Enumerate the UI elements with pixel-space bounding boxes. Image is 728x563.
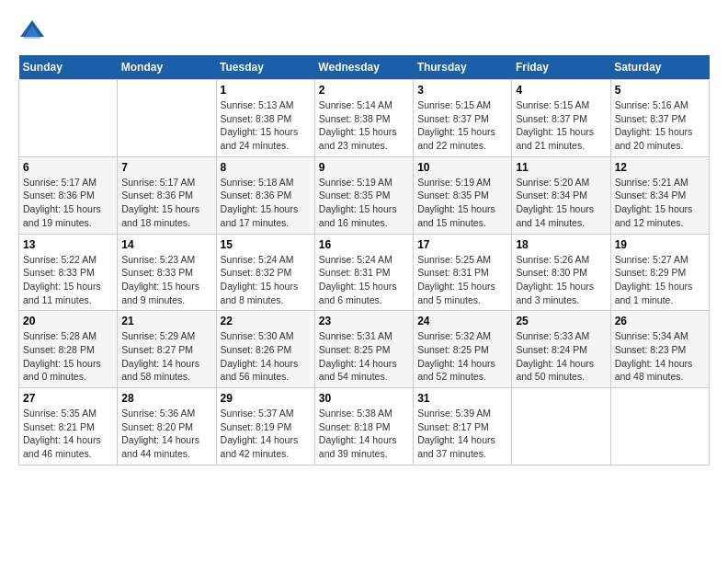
day-number: 25 [516,315,606,327]
day-number: 5 [615,84,705,97]
day-number: 31 [417,392,507,405]
calendar-week-row: 13Sunrise: 5:22 AM Sunset: 8:33 PM Dayli… [19,234,710,311]
calendar-cell: 24Sunrise: 5:32 AM Sunset: 8:25 PM Dayli… [414,311,512,388]
day-info: Sunrise: 5:24 AM Sunset: 8:31 PM Dayligh… [319,253,409,307]
calendar-cell: 31Sunrise: 5:39 AM Sunset: 8:17 PM Dayli… [414,388,512,465]
day-info: Sunrise: 5:34 AM Sunset: 8:23 PM Dayligh… [615,329,705,384]
day-info: Sunrise: 5:38 AM Sunset: 8:18 PM Dayligh… [319,407,409,461]
calendar-cell: 10Sunrise: 5:19 AM Sunset: 8:35 PM Dayli… [414,156,512,234]
calendar-cell: 30Sunrise: 5:38 AM Sunset: 8:18 PM Dayli… [314,388,413,465]
calendar-cell [512,388,610,465]
calendar-cell: 8Sunrise: 5:18 AM Sunset: 8:36 PM Daylig… [216,156,314,234]
day-info: Sunrise: 5:36 AM Sunset: 8:20 PM Dayligh… [121,407,211,461]
day-info: Sunrise: 5:33 AM Sunset: 8:24 PM Dayligh… [516,329,606,384]
day-number: 30 [319,392,409,405]
day-number: 14 [121,238,211,251]
day-info: Sunrise: 5:19 AM Sunset: 8:35 PM Dayligh… [417,176,507,230]
calendar-cell: 2Sunrise: 5:14 AM Sunset: 8:38 PM Daylig… [314,80,413,157]
day-info: Sunrise: 5:37 AM Sunset: 8:19 PM Dayligh… [221,407,311,461]
day-number: 27 [23,392,113,405]
calendar-cell: 12Sunrise: 5:21 AM Sunset: 8:34 PM Dayli… [610,156,709,234]
calendar-cell: 20Sunrise: 5:28 AM Sunset: 8:28 PM Dayli… [19,311,118,388]
day-info: Sunrise: 5:15 AM Sunset: 8:37 PM Dayligh… [417,98,507,153]
day-number: 18 [516,238,606,251]
day-number: 29 [221,392,311,405]
weekday-header-sunday: Sunday [19,55,118,80]
day-info: Sunrise: 5:25 AM Sunset: 8:31 PM Dayligh… [417,253,507,307]
calendar-cell: 26Sunrise: 5:34 AM Sunset: 8:23 PM Dayli… [610,311,709,388]
calendar-cell: 13Sunrise: 5:22 AM Sunset: 8:33 PM Dayli… [19,234,118,311]
day-info: Sunrise: 5:39 AM Sunset: 8:17 PM Dayligh… [417,407,507,461]
day-info: Sunrise: 5:20 AM Sunset: 8:34 PM Dayligh… [516,176,606,230]
day-info: Sunrise: 5:18 AM Sunset: 8:36 PM Dayligh… [221,176,311,230]
day-number: 26 [615,315,705,327]
calendar-cell: 28Sunrise: 5:36 AM Sunset: 8:20 PM Dayli… [118,388,216,465]
day-info: Sunrise: 5:19 AM Sunset: 8:35 PM Dayligh… [319,176,409,230]
day-number: 11 [516,161,606,174]
calendar-cell: 5Sunrise: 5:16 AM Sunset: 8:37 PM Daylig… [610,80,709,157]
day-info: Sunrise: 5:30 AM Sunset: 8:26 PM Dayligh… [221,329,311,384]
calendar-cell [118,80,216,157]
day-info: Sunrise: 5:17 AM Sunset: 8:36 PM Dayligh… [121,176,211,230]
day-info: Sunrise: 5:31 AM Sunset: 8:25 PM Dayligh… [319,329,409,384]
calendar-week-row: 27Sunrise: 5:35 AM Sunset: 8:21 PM Dayli… [19,388,710,465]
calendar-week-row: 20Sunrise: 5:28 AM Sunset: 8:28 PM Dayli… [19,311,710,388]
weekday-header-monday: Monday [118,55,216,80]
day-number: 4 [516,84,606,97]
day-number: 28 [121,392,211,405]
day-info: Sunrise: 5:29 AM Sunset: 8:27 PM Dayligh… [121,329,211,384]
page-header [18,18,710,46]
day-info: Sunrise: 5:35 AM Sunset: 8:21 PM Dayligh… [23,407,113,461]
day-info: Sunrise: 5:23 AM Sunset: 8:33 PM Dayligh… [121,253,211,307]
calendar-cell: 1Sunrise: 5:13 AM Sunset: 8:38 PM Daylig… [216,80,314,157]
day-info: Sunrise: 5:21 AM Sunset: 8:34 PM Dayligh… [615,176,705,230]
calendar-cell: 17Sunrise: 5:25 AM Sunset: 8:31 PM Dayli… [414,234,512,311]
calendar-cell: 19Sunrise: 5:27 AM Sunset: 8:29 PM Dayli… [610,234,709,311]
day-number: 24 [417,315,507,327]
weekday-header-friday: Friday [512,55,610,80]
day-number: 16 [319,238,409,251]
calendar-cell: 6Sunrise: 5:17 AM Sunset: 8:36 PM Daylig… [19,156,118,234]
day-info: Sunrise: 5:22 AM Sunset: 8:33 PM Dayligh… [23,253,113,307]
day-info: Sunrise: 5:13 AM Sunset: 8:38 PM Dayligh… [221,98,311,153]
calendar-cell: 4Sunrise: 5:15 AM Sunset: 8:37 PM Daylig… [512,80,610,157]
day-number: 13 [23,238,113,251]
calendar-cell: 14Sunrise: 5:23 AM Sunset: 8:33 PM Dayli… [118,234,216,311]
calendar-cell: 15Sunrise: 5:24 AM Sunset: 8:32 PM Dayli… [216,234,314,311]
weekday-header-row: SundayMondayTuesdayWednesdayThursdayFrid… [19,55,710,80]
day-info: Sunrise: 5:28 AM Sunset: 8:28 PM Dayligh… [23,329,113,384]
day-number: 9 [319,161,409,174]
calendar-table: SundayMondayTuesdayWednesdayThursdayFrid… [18,55,710,465]
day-info: Sunrise: 5:17 AM Sunset: 8:36 PM Dayligh… [23,176,113,230]
day-number: 1 [221,84,311,97]
day-number: 8 [221,161,311,174]
calendar-cell: 29Sunrise: 5:37 AM Sunset: 8:19 PM Dayli… [216,388,314,465]
day-number: 22 [221,315,311,327]
weekday-header-tuesday: Tuesday [216,55,314,80]
calendar-cell: 22Sunrise: 5:30 AM Sunset: 8:26 PM Dayli… [216,311,314,388]
day-info: Sunrise: 5:26 AM Sunset: 8:30 PM Dayligh… [516,253,606,307]
calendar-cell: 16Sunrise: 5:24 AM Sunset: 8:31 PM Dayli… [314,234,413,311]
calendar-week-row: 1Sunrise: 5:13 AM Sunset: 8:38 PM Daylig… [19,80,710,157]
day-info: Sunrise: 5:16 AM Sunset: 8:37 PM Dayligh… [615,98,705,153]
calendar-week-row: 6Sunrise: 5:17 AM Sunset: 8:36 PM Daylig… [19,156,710,234]
day-number: 19 [615,238,705,251]
day-number: 23 [319,315,409,327]
calendar-cell [610,388,709,465]
day-number: 6 [23,161,113,174]
weekday-header-thursday: Thursday [414,55,512,80]
day-number: 15 [221,238,311,251]
day-number: 20 [23,315,113,327]
day-info: Sunrise: 5:14 AM Sunset: 8:38 PM Dayligh… [319,98,409,153]
day-number: 10 [417,161,507,174]
day-number: 3 [417,84,507,97]
calendar-cell: 11Sunrise: 5:20 AM Sunset: 8:34 PM Dayli… [512,156,610,234]
calendar-cell: 7Sunrise: 5:17 AM Sunset: 8:36 PM Daylig… [118,156,216,234]
calendar-cell: 25Sunrise: 5:33 AM Sunset: 8:24 PM Dayli… [512,311,610,388]
weekday-header-saturday: Saturday [610,55,709,80]
logo [18,18,50,46]
calendar-cell: 18Sunrise: 5:26 AM Sunset: 8:30 PM Dayli… [512,234,610,311]
day-info: Sunrise: 5:15 AM Sunset: 8:37 PM Dayligh… [516,98,606,153]
calendar-cell: 3Sunrise: 5:15 AM Sunset: 8:37 PM Daylig… [414,80,512,157]
day-number: 2 [319,84,409,97]
